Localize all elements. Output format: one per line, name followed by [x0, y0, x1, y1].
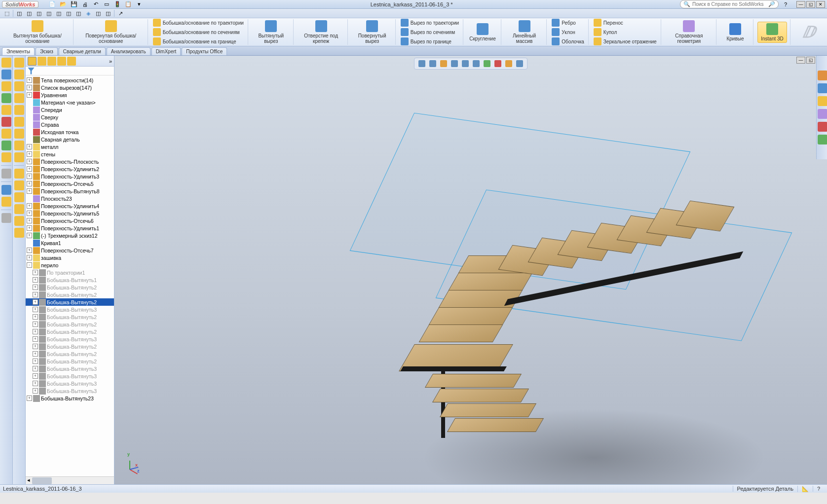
help-search[interactable]: 🔍 🔎 [680, 0, 779, 8]
tree-expander[interactable]: + [27, 144, 32, 149]
tree-item[interactable]: +По траектории1 [26, 269, 114, 276]
tree-expander[interactable]: + [33, 381, 38, 386]
rail-icon[interactable] [1, 185, 11, 195]
tree-expander[interactable]: + [33, 277, 38, 283]
tree-expander[interactable]: + [27, 225, 32, 231]
tree-expander[interactable]: + [33, 388, 38, 394]
rail-icon[interactable] [1, 105, 11, 115]
tree-item[interactable]: +Список вырезов(147) [26, 84, 114, 91]
loft-boss-button[interactable]: Бобышка/основание по сечениям [152, 28, 245, 36]
tree-tab-property-icon[interactable] [38, 57, 46, 66]
tab-dimxpert[interactable]: DimXpert [151, 47, 181, 55]
tree-expander[interactable]: + [33, 359, 38, 364]
tree-item[interactable]: +Поверхность-Удлинить5 [26, 210, 114, 217]
rail-icon[interactable] [1, 197, 11, 207]
cube9-icon[interactable]: ◫ [104, 9, 112, 17]
zoom-fit-icon[interactable] [417, 59, 426, 68]
swept-boss-button[interactable]: Бобышка/основание по траектории [152, 18, 245, 27]
tree-expander[interactable]: + [33, 336, 38, 342]
loft-cut-button[interactable]: Вырез по сечениям [400, 28, 460, 36]
cube8-icon[interactable]: ◫ [94, 9, 102, 17]
cube1-icon[interactable]: ◫ [15, 9, 23, 17]
doc-minimize-button[interactable]: — [796, 57, 805, 64]
tree-item[interactable]: +Бобышка-Вытянуть3 [26, 387, 114, 395]
tree-item[interactable]: +Уравнения [26, 91, 114, 99]
tree-expander[interactable]: + [27, 166, 32, 172]
tree-tab-display-icon[interactable] [67, 57, 76, 66]
doc-restore-button[interactable]: ◱ [806, 57, 815, 64]
tree-expander[interactable]: + [27, 218, 32, 223]
cube3-icon[interactable]: ◫ [35, 9, 43, 17]
tree-expander[interactable]: + [33, 307, 38, 312]
section-icon[interactable] [450, 59, 459, 68]
tree-expander[interactable]: + [27, 92, 32, 98]
feature-tree[interactable]: +Тела поверхности(14)+Список вырезов(147… [26, 75, 114, 476]
taskpane-view-palette-icon[interactable] [818, 109, 827, 119]
tree-expander[interactable]: + [33, 366, 38, 371]
tree-item[interactable]: +Поверхность-Удлинить2 [26, 165, 114, 173]
tree-item[interactable]: +Поверхность-Удлинить1 [26, 224, 114, 232]
tree-item[interactable]: Кривая1 [26, 239, 114, 247]
linear-pattern-button[interactable]: Линейный массив [505, 19, 544, 45]
rail-icon[interactable] [14, 216, 24, 226]
dropdown-icon[interactable]: ▾ [135, 0, 143, 8]
print-button[interactable]: 🖨 [81, 0, 89, 8]
taskpane-custom-props-icon[interactable] [818, 135, 827, 144]
ref-geometry-button[interactable]: Справочная геометрия [665, 19, 713, 45]
fillet-button[interactable]: Скругление [467, 22, 498, 42]
status-custom-icon[interactable]: ? [813, 486, 824, 492]
tree-expander[interactable]: + [33, 322, 38, 327]
tree-item[interactable]: +Бобышка-Вытянуть2 [26, 321, 114, 328]
iso-icon[interactable]: ◈ [84, 9, 92, 17]
tree-item[interactable]: Справа [26, 121, 114, 128]
taskpane-appearances-icon[interactable] [818, 122, 827, 132]
tree-item[interactable]: +Бобышка-Вытянуть2 [26, 328, 114, 335]
tree-expander[interactable]: + [33, 314, 38, 320]
scrollbar-thumb[interactable] [32, 477, 52, 484]
curves-button[interactable]: Кривые [720, 22, 750, 42]
tree-item[interactable]: +Поверхность-Отсечь7 [26, 247, 114, 254]
cube7-icon[interactable]: ◫ [75, 9, 82, 17]
rail-icon[interactable] [1, 117, 11, 127]
rebuild-button[interactable]: 🚦 [113, 0, 121, 8]
zoom-area-icon[interactable] [428, 59, 437, 68]
mirror-button[interactable]: Зеркальное отражение [593, 37, 658, 46]
draft-button[interactable]: Уклон [551, 28, 585, 36]
revolve-boss-button[interactable]: Повернутая бобышка/основание [77, 19, 145, 45]
wrap-button[interactable]: Перенос [593, 18, 658, 27]
minimize-button[interactable]: — [796, 1, 805, 8]
orientation-triad[interactable]: x y z [120, 455, 140, 474]
tree-item[interactable]: Сварная деталь [26, 136, 114, 143]
rail-icon[interactable] [14, 105, 24, 115]
tree-expander[interactable]: + [33, 344, 38, 349]
open-button[interactable]: 📂 [59, 0, 67, 8]
tree-item[interactable]: +Бобышка-Вытянуть2 [26, 291, 114, 298]
tree-item[interactable]: +Бобышка-Вытянуть1 [26, 276, 114, 284]
tree-expander[interactable]: + [27, 159, 32, 164]
tree-item[interactable]: +Бобышка-Вытянуть2 [26, 313, 114, 321]
tab-weldments[interactable]: Сварные детали [59, 47, 106, 55]
tree-expander[interactable]: + [27, 248, 32, 253]
cube5-icon[interactable]: ◫ [55, 9, 63, 17]
rail-icon[interactable] [14, 169, 24, 179]
select-button[interactable]: ▭ [103, 0, 111, 8]
tree-expander[interactable]: + [27, 181, 32, 186]
tree-expander[interactable]: + [27, 233, 32, 238]
tree-item[interactable]: +Поверхность-Отсечь5 [26, 180, 114, 187]
appearance-icon[interactable] [493, 59, 502, 68]
tree-expander[interactable]: + [33, 373, 38, 379]
cube2-icon[interactable]: ◫ [25, 9, 33, 17]
tree-item[interactable]: +Бобышка-Вытянуть2 [26, 358, 114, 365]
boundary-cut-button[interactable]: Вырез по границе [400, 37, 460, 46]
taskpane-file-explorer-icon[interactable] [818, 96, 827, 106]
tree-expander[interactable]: + [27, 255, 32, 260]
boundary-boss-button[interactable]: Бобышка/основание на границе [152, 37, 245, 46]
tree-expander[interactable]: + [27, 203, 32, 209]
cube4-icon[interactable]: ◫ [45, 9, 53, 17]
tree-expander[interactable]: + [33, 351, 38, 357]
tree-item[interactable]: +стены [26, 150, 114, 158]
revolve-cut-button[interactable]: Повернутый вырез [352, 19, 392, 45]
tree-item[interactable]: +Поверхность-Плоскость [26, 158, 114, 165]
tree-expander[interactable]: + [27, 77, 32, 83]
rail-icon[interactable] [14, 152, 24, 162]
